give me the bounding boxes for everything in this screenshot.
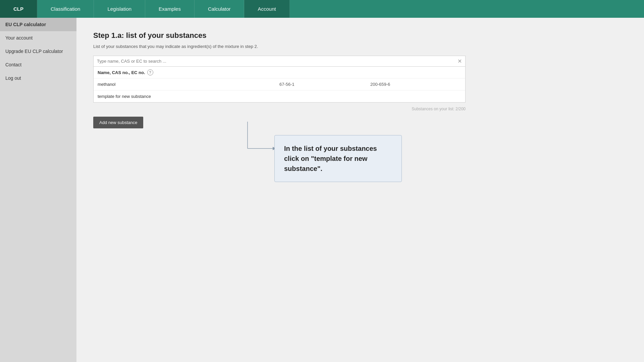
substances-count: Substances on your list: 2/200	[93, 107, 466, 111]
sidebar: EU CLP calculator Your account Upgrade E…	[0, 18, 76, 362]
callout-box: In the list of your substances click on …	[274, 135, 402, 182]
table-header-label: Name, CAS no., EC no.	[98, 70, 145, 75]
nav-legislation[interactable]: Legislation	[94, 0, 145, 18]
add-new-substance-button[interactable]: Add new substance	[93, 117, 143, 128]
search-row: ✕	[94, 56, 465, 67]
top-navigation: CLP Classification Legislation Examples …	[0, 0, 644, 18]
substance-ec: 200-659-6	[370, 82, 461, 87]
sidebar-item-contact[interactable]: Contact	[0, 58, 76, 71]
nav-account[interactable]: Account	[244, 0, 289, 18]
sidebar-item-logout[interactable]: Log out	[0, 71, 76, 85]
page-subtitle: List of your substances that you may ind…	[93, 44, 627, 49]
page-title: Step 1.a: list of your substances	[93, 31, 627, 40]
nav-classification[interactable]: Classification	[37, 0, 94, 18]
sidebar-item-eu-clp-calculator[interactable]: EU CLP calculator	[0, 18, 76, 31]
main-content: Step 1.a: list of your substances List o…	[76, 18, 644, 362]
substance-name-template: template for new substance	[98, 94, 279, 99]
callout-text: In the list of your substances click on …	[284, 145, 377, 172]
table-row-template[interactable]: template for new substance	[94, 90, 465, 102]
sidebar-item-upgrade[interactable]: Upgrade EU CLP calculator	[0, 45, 76, 58]
help-icon[interactable]: ?	[147, 69, 153, 75]
table-header-row: Name, CAS no., EC no. ?	[94, 67, 465, 78]
nav-calculator[interactable]: Calculator	[195, 0, 245, 18]
table-row[interactable]: methanol 67-56-1 200-659-6	[94, 78, 465, 90]
nav-clp[interactable]: CLP	[0, 0, 37, 18]
search-input[interactable]	[97, 59, 458, 64]
sidebar-item-your-account[interactable]: Your account	[0, 31, 76, 45]
nav-examples[interactable]: Examples	[145, 0, 195, 18]
substance-cas: 67-56-1	[279, 82, 370, 87]
substance-name: methanol	[98, 82, 279, 87]
substance-table: ✕ Name, CAS no., EC no. ? methanol 67-56…	[93, 56, 466, 103]
clear-icon[interactable]: ✕	[458, 58, 462, 64]
